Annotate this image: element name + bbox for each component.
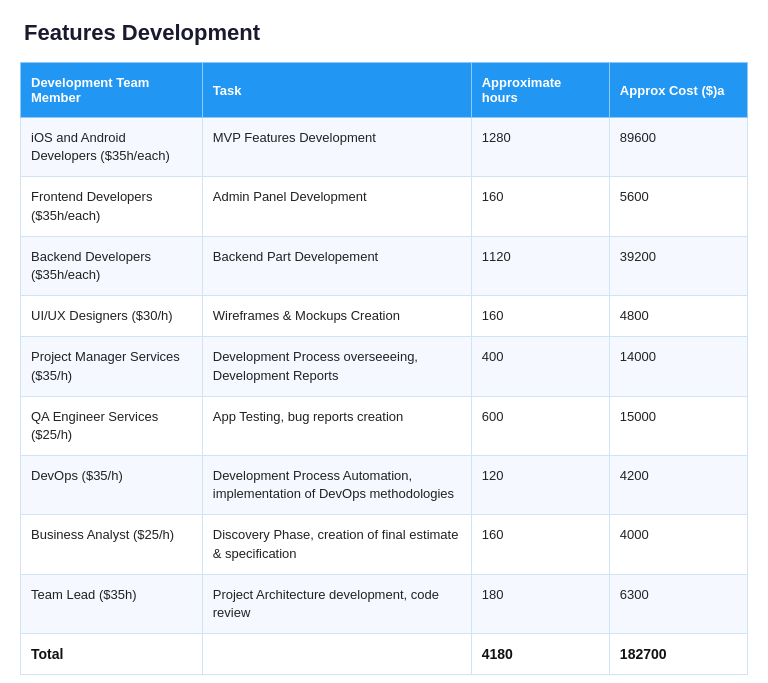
cell-cost: 15000	[609, 396, 747, 455]
header-member: Development Team Member	[21, 63, 203, 118]
table-row: UI/UX Designers ($30/h)Wireframes & Mock…	[21, 296, 748, 337]
features-table: Development Team Member Task Approximate…	[20, 62, 748, 675]
cell-member: Team Lead ($35h)	[21, 574, 203, 633]
cell-task: Admin Panel Development	[202, 177, 471, 236]
cell-cost: 89600	[609, 118, 747, 177]
cell-cost: 6300	[609, 574, 747, 633]
table-row: Frontend Developers ($35h/each)Admin Pan…	[21, 177, 748, 236]
cell-member: DevOps ($35/h)	[21, 456, 203, 515]
cell-cost: 4000	[609, 515, 747, 574]
cell-member: Frontend Developers ($35h/each)	[21, 177, 203, 236]
header-task: Task	[202, 63, 471, 118]
cell-member: UI/UX Designers ($30/h)	[21, 296, 203, 337]
cell-hours: 160	[471, 177, 609, 236]
cell-cost: 14000	[609, 337, 747, 396]
header-hours: Approximate hours	[471, 63, 609, 118]
table-row: iOS and Android Developers ($35h/each)MV…	[21, 118, 748, 177]
footer-empty	[202, 634, 471, 675]
cell-task: Discovery Phase, creation of final estim…	[202, 515, 471, 574]
cell-member: Business Analyst ($25/h)	[21, 515, 203, 574]
cell-cost: 4800	[609, 296, 747, 337]
footer-label: Total	[21, 634, 203, 675]
footer-cost: 182700	[609, 634, 747, 675]
cell-hours: 1120	[471, 236, 609, 295]
cell-member: iOS and Android Developers ($35h/each)	[21, 118, 203, 177]
cell-cost: 39200	[609, 236, 747, 295]
cell-hours: 160	[471, 296, 609, 337]
cell-task: MVP Features Development	[202, 118, 471, 177]
cell-member: Project Manager Services ($35/h)	[21, 337, 203, 396]
cell-cost: 4200	[609, 456, 747, 515]
cell-task: App Testing, bug reports creation	[202, 396, 471, 455]
cell-task: Wireframes & Mockups Creation	[202, 296, 471, 337]
page-title: Features Development	[20, 20, 748, 46]
cell-task: Development Process overseeeing, Develop…	[202, 337, 471, 396]
footer-hours: 4180	[471, 634, 609, 675]
table-row: Backend Developers ($35h/each)Backend Pa…	[21, 236, 748, 295]
table-row: DevOps ($35/h)Development Process Automa…	[21, 456, 748, 515]
cell-task: Project Architecture development, code r…	[202, 574, 471, 633]
table-row: Team Lead ($35h)Project Architecture dev…	[21, 574, 748, 633]
table-row: QA Engineer Services ($25/h)App Testing,…	[21, 396, 748, 455]
cell-cost: 5600	[609, 177, 747, 236]
cell-hours: 120	[471, 456, 609, 515]
cell-member: QA Engineer Services ($25/h)	[21, 396, 203, 455]
cell-hours: 1280	[471, 118, 609, 177]
table-row: Project Manager Services ($35/h)Developm…	[21, 337, 748, 396]
cell-hours: 180	[471, 574, 609, 633]
cell-task: Backend Part Developement	[202, 236, 471, 295]
table-footer-row: Total 4180 182700	[21, 634, 748, 675]
table-row: Business Analyst ($25/h)Discovery Phase,…	[21, 515, 748, 574]
cell-member: Backend Developers ($35h/each)	[21, 236, 203, 295]
cell-task: Development Process Automation, implemen…	[202, 456, 471, 515]
cell-hours: 160	[471, 515, 609, 574]
header-cost: Approx Cost ($)a	[609, 63, 747, 118]
cell-hours: 400	[471, 337, 609, 396]
cell-hours: 600	[471, 396, 609, 455]
